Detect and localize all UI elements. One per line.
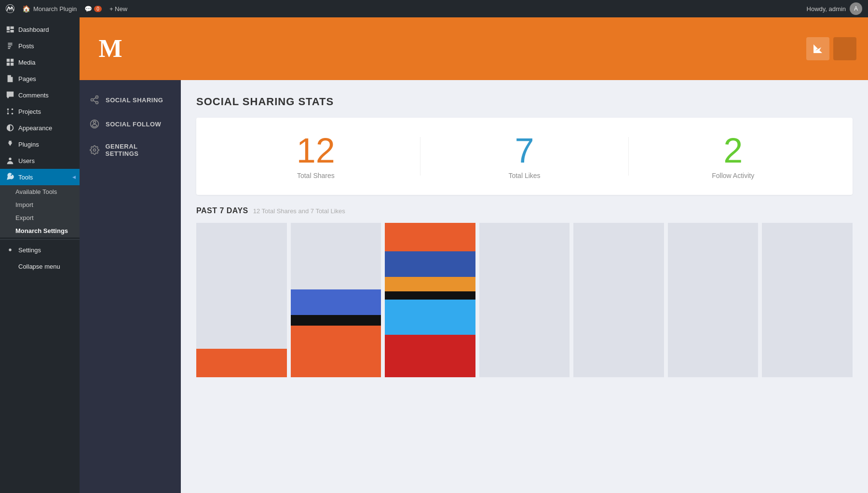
import-export-icon-button[interactable] <box>833 37 856 60</box>
sidebar-item-settings[interactable]: Settings <box>0 242 80 258</box>
monarch-header-icons <box>806 37 856 60</box>
bar-segment <box>385 223 475 251</box>
sidebar-item-pages[interactable]: Pages <box>0 70 80 87</box>
sidebar-item-plugins[interactable]: Plugins <box>0 136 80 152</box>
bar-column <box>385 223 475 377</box>
bar-empty <box>291 223 381 289</box>
sidebar-item-tools[interactable]: Tools <box>0 169 80 185</box>
total-shares-number: 12 <box>212 133 420 168</box>
bar-column <box>762 223 853 377</box>
sidebar-sub-available-tools[interactable]: Available Tools <box>0 185 80 198</box>
bar-empty <box>196 223 287 349</box>
bar-segment <box>385 335 475 377</box>
monarch-header: M <box>80 17 868 80</box>
projects-icon <box>6 107 14 116</box>
sidebar-item-posts[interactable]: Posts <box>0 38 80 54</box>
bar-column <box>573 223 664 377</box>
bar-segment <box>385 277 475 291</box>
tools-icon <box>6 173 14 181</box>
svg-point-9 <box>9 158 11 160</box>
svg-point-16 <box>93 149 95 151</box>
svg-point-13 <box>96 101 98 104</box>
follow-activity-number: 2 <box>629 133 837 168</box>
follow-icon <box>89 119 100 129</box>
bar-segment <box>385 251 475 277</box>
stats-title: SOCIAL SHARING STATS <box>196 96 853 108</box>
admin-user-menu[interactable]: Howdy, admin A <box>807 2 862 15</box>
monarch-nav-social-follow[interactable]: Social Follow <box>80 112 181 136</box>
posts-icon <box>6 41 14 50</box>
bar-segment <box>291 315 381 325</box>
bar-segment <box>291 289 381 315</box>
appearance-icon <box>6 123 14 132</box>
svg-rect-2 <box>7 63 10 66</box>
media-icon <box>6 58 14 67</box>
admin-bar: 🏠 Monarch Plugin 💬 0 + New Howdy, admin … <box>0 0 868 17</box>
svg-rect-3 <box>11 63 14 66</box>
content-area: M <box>80 17 868 493</box>
settings-icon <box>6 246 14 254</box>
main-layout: Dashboard Posts Media Pages Comments <box>0 17 868 493</box>
sidebar-sub-monarch[interactable]: Monarch Settings <box>0 224 80 237</box>
sidebar-sub-export[interactable]: Export <box>0 211 80 224</box>
svg-point-7 <box>12 113 14 115</box>
sidebar-divider <box>0 239 80 240</box>
svg-point-12 <box>91 99 94 101</box>
total-shares-card: 12 Total Shares <box>212 133 420 179</box>
sidebar-item-appearance[interactable]: Appearance <box>0 120 80 136</box>
comments-link[interactable]: 💬 0 <box>84 5 102 13</box>
bar-column <box>196 223 287 377</box>
total-likes-label: Total Likes <box>420 172 629 179</box>
plugins-icon <box>6 140 14 149</box>
dashboard-icon <box>6 25 14 34</box>
bar-empty <box>762 223 853 377</box>
svg-line-15 <box>93 97 96 99</box>
sidebar-item-projects[interactable]: Projects <box>0 103 80 120</box>
sidebar-item-comments[interactable]: Comments <box>0 87 80 103</box>
chart-section-header: PAST 7 DAYS 12 Total Shares and 7 Total … <box>196 206 853 215</box>
pages-icon <box>6 74 14 83</box>
share-icon <box>89 95 100 105</box>
avatar[interactable]: A <box>850 2 862 15</box>
bar-segment <box>385 291 475 300</box>
total-shares-label: Total Shares <box>212 172 420 179</box>
follow-activity-label: Follow Activity <box>629 172 837 179</box>
sidebar-item-media[interactable]: Media <box>0 54 80 70</box>
bar-segment <box>385 300 475 335</box>
site-name[interactable]: 🏠 Monarch Plugin <box>22 5 77 13</box>
svg-rect-1 <box>11 59 14 62</box>
general-settings-icon <box>89 145 99 155</box>
svg-point-6 <box>7 113 9 115</box>
svg-line-14 <box>93 100 96 102</box>
svg-point-11 <box>96 96 98 98</box>
sidebar-item-dashboard[interactable]: Dashboard <box>0 21 80 38</box>
svg-rect-0 <box>7 59 10 62</box>
stats-icon-button[interactable] <box>806 37 829 60</box>
sidebar-item-users[interactable]: Users <box>0 152 80 169</box>
bar-column <box>668 223 759 377</box>
tools-submenu: Available Tools Import Export Monarch Se… <box>0 185 80 237</box>
new-content-link[interactable]: + New <box>109 5 127 13</box>
monarch-main-content: SOCIAL SHARING STATS 12 Total Shares 7 T… <box>181 80 868 493</box>
monarch-body: Social Sharing Social Follow General Set… <box>80 80 868 493</box>
monarch-nav-general-settings[interactable]: General Settings <box>80 136 181 164</box>
total-likes-number: 7 <box>420 133 629 168</box>
comments-icon <box>6 91 14 99</box>
sidebar-item-collapse[interactable]: Collapse menu <box>0 258 80 274</box>
collapse-icon <box>6 262 14 271</box>
wp-logo[interactable] <box>6 4 14 13</box>
bar-segment <box>291 326 381 377</box>
svg-point-5 <box>12 109 14 110</box>
bar-chart <box>196 223 853 377</box>
bar-column <box>479 223 570 377</box>
monarch-plugin: M <box>80 17 868 493</box>
wp-sidebar: Dashboard Posts Media Pages Comments <box>0 17 80 493</box>
users-icon <box>6 156 14 165</box>
total-likes-card: 7 Total Likes <box>420 133 629 179</box>
bar-empty <box>479 223 570 377</box>
monarch-sidenav: Social Sharing Social Follow General Set… <box>80 80 181 493</box>
chart-section-title: PAST 7 DAYS <box>196 206 248 215</box>
sidebar-sub-import[interactable]: Import <box>0 198 80 211</box>
bar-segment <box>196 349 287 377</box>
monarch-nav-social-sharing[interactable]: Social Sharing <box>80 88 181 112</box>
